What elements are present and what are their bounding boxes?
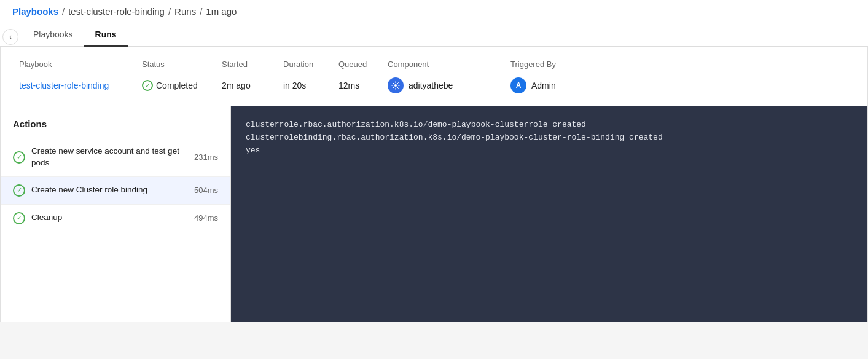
cluster-name: test-cluster-role-binding <box>68 6 165 17</box>
playbook-label: Playbook <box>19 60 142 69</box>
action-1-check-icon: ✓ <box>13 151 25 164</box>
sep2: / <box>168 6 171 17</box>
output-line: clusterrolebinding.rbac.authorization.k8… <box>246 132 853 144</box>
duration-label: Duration <box>283 60 338 69</box>
output-line: yes <box>246 144 853 157</box>
sep3: / <box>200 6 202 17</box>
started-label: Started <box>222 60 283 69</box>
action-3-time: 494ms <box>194 213 218 223</box>
tab-playbooks[interactable]: Playbooks <box>22 23 84 47</box>
queued-label: Queued <box>338 60 388 69</box>
admin-avatar: A <box>510 77 526 93</box>
actions-title: Actions <box>1 119 230 138</box>
actions-panel: Actions ✓ Create new service account and… <box>1 106 231 322</box>
playbooks-link[interactable]: Playbooks <box>12 6 58 17</box>
triggered-value: A Admin <box>510 77 603 93</box>
check-circle-icon <box>142 80 153 91</box>
action-item-3[interactable]: ✓ Cleanup 494ms <box>1 205 230 232</box>
started-value: 2m ago <box>222 81 283 90</box>
action-1-time: 231ms <box>194 152 218 162</box>
action-1-name: Create new service account and test get … <box>31 146 194 169</box>
action-2-name: Create new Cluster role binding <box>31 184 147 196</box>
component-name: adityathebe <box>409 81 453 90</box>
queued-value: 12ms <box>338 81 388 90</box>
top-bar: Playbooks / test-cluster-role-binding / … <box>0 0 868 23</box>
main-content: Playbook Status Started Duration Queued … <box>0 47 868 322</box>
runs-breadcrumb: Runs <box>174 6 196 17</box>
action-3-check-icon: ✓ <box>13 212 25 224</box>
tab-runs[interactable]: Runs <box>84 23 128 47</box>
triggered-by-name: Admin <box>531 81 556 90</box>
action-3-name: Cleanup <box>31 212 62 224</box>
output-line: clusterrole.rbac.authorization.k8s.io/de… <box>246 119 853 132</box>
status-badge: Completed <box>142 80 222 91</box>
lower-section: Actions ✓ Create new service account and… <box>1 106 867 322</box>
action-2-check-icon: ✓ <box>13 184 25 197</box>
time-ago: 1m ago <box>206 6 237 17</box>
action-item-2[interactable]: ✓ Create new Cluster role binding 504ms <box>1 177 230 205</box>
action-2-time: 504ms <box>194 186 218 195</box>
triggered-label: Triggered By <box>510 60 603 69</box>
output-panel: clusterrole.rbac.authorization.k8s.io/de… <box>231 106 867 322</box>
run-info: Playbook Status Started Duration Queued … <box>1 47 867 106</box>
playbook-value[interactable]: test-cluster-role-binding <box>19 81 142 90</box>
component-value: adityathebe <box>388 77 510 93</box>
k8s-icon <box>388 77 404 93</box>
svg-point-1 <box>394 84 397 87</box>
duration-value: in 20s <box>283 81 338 90</box>
status-label: Status <box>142 60 222 69</box>
component-label: Component <box>388 60 510 69</box>
status-text: Completed <box>156 81 198 90</box>
collapse-button[interactable]: ‹ <box>2 29 18 45</box>
sep1: / <box>62 6 65 17</box>
action-item-1[interactable]: ✓ Create new service account and test ge… <box>1 138 230 177</box>
